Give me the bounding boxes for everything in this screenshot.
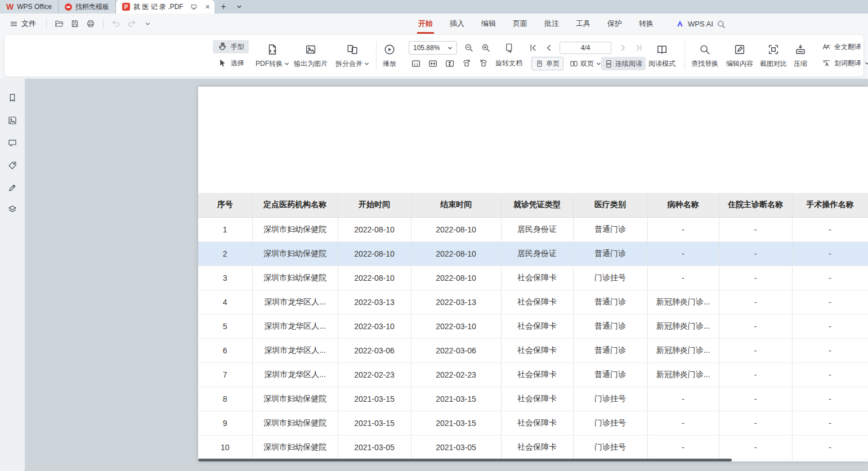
save-icon[interactable]: [68, 16, 82, 31]
redo-icon[interactable]: [124, 16, 139, 31]
read-mode-label: 阅读模式: [648, 59, 675, 69]
horizontal-scrollbar[interactable]: [198, 459, 732, 461]
table-cell: 6: [198, 338, 252, 362]
menu-tab-page[interactable]: 页面: [504, 14, 536, 34]
screen-share-icon[interactable]: [190, 3, 198, 11]
fit-width-button[interactable]: [426, 56, 440, 71]
edit-content-button[interactable]: 编辑内容: [724, 39, 755, 72]
table-row[interactable]: 4深圳市龙华区人...2022-03-132022-03-13社会保障卡普通门诊…: [198, 290, 868, 314]
new-tab-button[interactable]: +: [217, 0, 230, 14]
page-indicator[interactable]: 4/4: [560, 42, 611, 54]
full-text-translate-button[interactable]: 全文翻译: [817, 40, 866, 53]
continuous-read-mode-button[interactable]: 连续阅读: [601, 57, 646, 70]
hamburger-icon: [10, 20, 18, 28]
tab-list-button[interactable]: [232, 0, 246, 14]
play-button[interactable]: 播放: [381, 39, 399, 72]
comments-panel-icon[interactable]: [7, 137, 18, 149]
table-cell: 深圳市妇幼保健院: [252, 435, 338, 459]
play-label: 播放: [383, 59, 396, 69]
tab-docer-template[interactable]: 找稻壳模板: [59, 0, 116, 14]
undo-icon[interactable]: [109, 16, 123, 31]
column-header: 医疗类别: [573, 193, 647, 217]
select-tool-button[interactable]: 选择: [213, 56, 249, 70]
wps-pdf-window: W WPS Office 找稻壳模板 P 就 医 记 录 .PDF × + 文件: [0, 0, 868, 471]
table-row[interactable]: 7深圳市龙华区人...2022-02-232022-02-23社会保障卡普通门诊…: [198, 362, 868, 387]
table-cell: 2022-03-13: [338, 290, 411, 314]
tab-wps-office[interactable]: W WPS Office: [0, 0, 59, 14]
hand-tool-button[interactable]: 手型: [213, 40, 249, 53]
divider: [46, 19, 47, 28]
menu-tab-tools[interactable]: 工具: [567, 14, 599, 34]
table-row[interactable]: 2深圳市妇幼保健院2022-08-102022-08-10居民身份证普通门诊--…: [198, 241, 868, 266]
open-file-icon[interactable]: [52, 16, 66, 31]
rotate-document-label: 旋转文档: [495, 59, 522, 68]
zoom-in-button[interactable]: [478, 41, 493, 55]
export-as-image-button[interactable]: 输出为图片: [292, 39, 330, 72]
read-mode-button[interactable]: 阅读模式: [646, 39, 678, 72]
table-cell: -: [719, 266, 792, 290]
table-cell: 深圳市龙华区人...: [252, 362, 338, 387]
compress-label: 压缩: [794, 59, 807, 69]
table-row[interactable]: 8深圳市妇幼保健院2021-03-152021-03-15社会保障卡门诊挂号--…: [198, 387, 868, 411]
table-row[interactable]: 3深圳市妇幼保健院2022-08-102022-08-10社会保障卡门诊挂号--…: [198, 266, 868, 290]
rotate-document-button[interactable]: 旋转文档: [495, 56, 522, 70]
next-page-button[interactable]: [616, 41, 630, 55]
table-cell: 深圳市妇幼保健院: [252, 266, 338, 290]
single-page-icon: [535, 60, 544, 68]
layers-panel-icon[interactable]: [7, 204, 18, 215]
table-cell: 5: [198, 314, 252, 338]
more-actions-icon[interactable]: [140, 16, 155, 31]
bookmarks-panel-icon[interactable]: [7, 92, 18, 104]
close-tab-icon[interactable]: ×: [205, 2, 210, 11]
menu-tab-protect[interactable]: 保护: [599, 14, 630, 34]
fit-page-button[interactable]: [442, 56, 457, 71]
signature-panel-icon[interactable]: [7, 182, 18, 194]
menu-tab-edit[interactable]: 编辑: [473, 14, 504, 34]
page-pan-button[interactable]: [502, 41, 517, 55]
pdf-convert-label: PDF转换: [256, 59, 283, 69]
document-viewport[interactable]: 序号定点医药机构名称开始时间结束时间就诊凭证类型医疗类别病种名称住院主诊断名称手…: [25, 79, 868, 471]
pdf-convert-button[interactable]: PDF转换: [253, 39, 292, 72]
table-row[interactable]: 5深圳市龙华区人...2022-03-102022-03-10社会保障卡普通门诊…: [198, 314, 868, 338]
compress-button[interactable]: 压缩: [791, 39, 809, 72]
column-header: 住院主诊断名称: [719, 193, 792, 217]
table-cell: -: [719, 362, 792, 387]
file-menu-button[interactable]: 文件: [5, 16, 41, 31]
table-cell: -: [792, 338, 868, 362]
table-row[interactable]: 10深圳市妇幼保健院2021-03-052021-03-05社会保障卡门诊挂号-…: [198, 435, 868, 459]
previous-page-button[interactable]: [542, 41, 556, 55]
zoom-select[interactable]: 105.88%: [409, 41, 457, 55]
menu-tab-comment[interactable]: 批注: [536, 14, 567, 34]
document-body: 序号定点医药机构名称开始时间结束时间就诊凭证类型医疗类别病种名称住院主诊断名称手…: [0, 79, 868, 471]
thumbnails-panel-icon[interactable]: [7, 115, 18, 126]
find-replace-button[interactable]: 查找替换: [689, 39, 721, 72]
search-icon[interactable]: [715, 18, 727, 30]
first-page-button[interactable]: [526, 41, 540, 55]
rotate-left-button[interactable]: [459, 56, 474, 71]
tags-panel-icon[interactable]: [7, 160, 18, 171]
table-cell: -: [792, 435, 868, 459]
rotate-right-button[interactable]: [476, 56, 491, 71]
screenshot-compare-button[interactable]: 截图对比: [758, 39, 789, 72]
split-merge-button[interactable]: 拆分合并: [333, 39, 372, 72]
double-page-mode-button[interactable]: 双页: [566, 57, 605, 70]
menu-tab-home[interactable]: 开始: [410, 14, 441, 34]
table-cell: 深圳市妇幼保健院: [252, 217, 338, 241]
wps-ai-button[interactable]: WPS AI: [671, 16, 718, 31]
single-page-mode-button[interactable]: 单页: [531, 57, 563, 70]
table-row[interactable]: 6深圳市龙华区人...2022-03-062022-03-06社会保障卡普通门诊…: [198, 338, 868, 362]
tab-document[interactable]: P 就 医 记 录 .PDF ×: [116, 0, 214, 14]
table-cell: 2022-08-10: [411, 217, 501, 241]
table-row[interactable]: 9深圳市妇幼保健院2021-03-152021-03-15社会保障卡门诊挂号--…: [198, 411, 868, 435]
word-translate-icon: [822, 59, 831, 68]
last-page-button[interactable]: [632, 41, 646, 55]
zoom-out-button[interactable]: [462, 41, 476, 55]
menu-tab-convert[interactable]: 转换: [630, 14, 662, 34]
menu-tab-insert[interactable]: 插入: [441, 14, 473, 34]
word-translate-button[interactable]: 划词翻译: [817, 56, 868, 70]
print-icon[interactable]: [83, 16, 98, 31]
actual-size-button[interactable]: 1:1: [409, 56, 423, 71]
table-cell: 普通门诊: [573, 217, 647, 241]
column-header: 序号: [198, 193, 252, 217]
table-row[interactable]: 1深圳市妇幼保健院2022-08-102022-08-10居民身份证普通门诊--…: [198, 217, 868, 241]
